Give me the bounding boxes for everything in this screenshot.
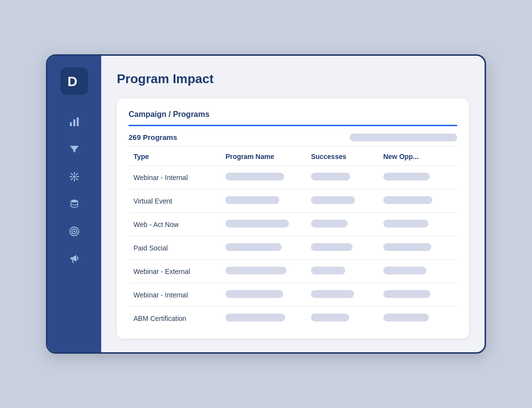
cell-successes [306, 166, 378, 189]
cell-type: Webinar - External [129, 260, 221, 283]
nav-item-sparkle[interactable] [62, 165, 87, 188]
nav-item-target[interactable] [62, 220, 87, 243]
program-impact-card: Campaign / Programs 269 Programs Type Pr… [117, 98, 469, 339]
cell-program-name [221, 213, 306, 236]
col-header-opps: New Opp... [378, 147, 457, 166]
sidebar-nav [47, 111, 101, 270]
cell-new-opp [378, 283, 457, 307]
cell-new-opp [378, 260, 457, 283]
cell-successes [306, 236, 378, 260]
cell-type: Webinar - Internal [129, 166, 221, 189]
cell-program-name [221, 283, 306, 307]
svg-rect-2 [73, 119, 75, 126]
svg-rect-1 [70, 122, 72, 126]
cell-successes [306, 189, 378, 213]
svg-line-10 [76, 179, 78, 180]
svg-line-9 [71, 174, 73, 175]
cell-successes [306, 307, 378, 330]
nav-item-funnel[interactable] [62, 138, 87, 160]
table-row: Web - Act Now [129, 213, 457, 236]
page-title: Program Impact [117, 71, 469, 87]
cell-new-opp [378, 213, 457, 236]
table-row: Virtual Event [129, 189, 457, 213]
cell-program-name [221, 236, 306, 260]
svg-line-12 [71, 179, 73, 180]
svg-point-13 [71, 200, 78, 203]
col-header-type: Type [129, 147, 221, 166]
col-header-successes: Successes [306, 147, 378, 166]
cell-successes [306, 283, 378, 307]
cell-program-name [221, 189, 306, 213]
app-window: D [46, 54, 486, 354]
header-skeleton-bar [350, 134, 457, 141]
logo: D [61, 68, 88, 95]
cell-type: Virtual Event [129, 189, 221, 213]
cell-new-opp [378, 189, 457, 213]
cell-new-opp [378, 307, 457, 330]
cell-program-name [221, 166, 306, 189]
cell-program-name [221, 307, 306, 330]
table-row: Webinar - Internal [129, 166, 457, 189]
cell-successes [306, 260, 378, 283]
cell-new-opp [378, 166, 457, 189]
nav-item-database[interactable] [62, 193, 87, 215]
cell-type: Webinar - Internal [129, 283, 221, 307]
cell-type: Web - Act Now [129, 213, 221, 236]
table-header-row: 269 Programs [129, 126, 457, 147]
table-row: Webinar - External [129, 260, 457, 283]
col-header-program: Program Name [221, 147, 306, 166]
table-row: Paid Social [129, 236, 457, 260]
svg-point-16 [73, 230, 75, 232]
cell-program-name [221, 260, 306, 283]
programs-count: 269 Programs [129, 133, 177, 141]
cell-successes [306, 213, 378, 236]
card-title: Campaign / Programs [129, 110, 457, 126]
svg-line-11 [76, 174, 78, 175]
svg-text:D: D [67, 74, 77, 89]
cell-new-opp [378, 236, 457, 260]
main-content: Program Impact Campaign / Programs 269 P… [101, 56, 485, 352]
nav-item-charts[interactable] [62, 111, 87, 133]
svg-rect-3 [77, 117, 79, 126]
programs-table: Type Program Name Successes New Opp... W… [129, 147, 457, 330]
table-row: Webinar - Internal [129, 283, 457, 307]
table-row: ABM Certification [129, 307, 457, 330]
cell-type: Paid Social [129, 236, 221, 260]
svg-point-4 [73, 176, 76, 178]
sidebar: D [47, 56, 101, 352]
nav-item-megaphone[interactable] [62, 248, 87, 270]
cell-type: ABM Certification [129, 307, 221, 330]
